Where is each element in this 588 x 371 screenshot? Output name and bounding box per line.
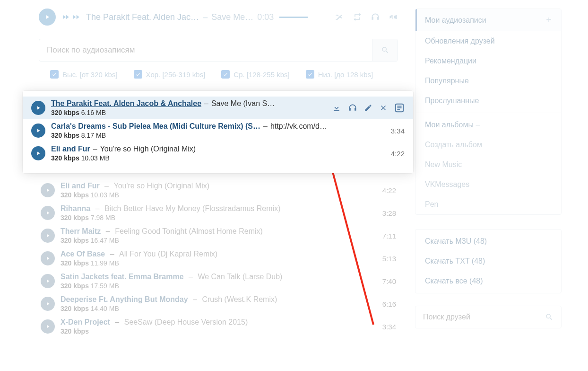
sidebar-item-friends-updates[interactable]: Обновления друзей <box>415 31 561 51</box>
repeat-icon[interactable] <box>353 12 362 22</box>
player-play-button[interactable] <box>39 9 56 26</box>
track-bitrate: 320 kbps <box>61 259 89 267</box>
download-m3u[interactable]: Скачать M3U (48) <box>415 231 561 251</box>
prev-icon[interactable] <box>61 13 70 21</box>
track-bitrate: 320 kbps <box>61 282 89 290</box>
player-prev-next[interactable] <box>61 13 80 21</box>
headphones-icon[interactable] <box>371 12 380 22</box>
track-play-button[interactable] <box>41 251 55 265</box>
track-popup: The Parakit Feat. Alden Jacob & Anchalee… <box>23 91 413 173</box>
filter-high[interactable]: Выс. [от 320 kbs] <box>50 70 118 79</box>
track-size: 17.59 MB <box>91 282 119 290</box>
sidebar-item-popular[interactable]: Популярные <box>415 71 561 91</box>
sidebar-menu: Мои аудиозаписи+ Обновления друзей Реком… <box>415 9 562 215</box>
track-size: 10.03 MB <box>81 154 110 162</box>
np-title: Save Me… <box>211 12 253 22</box>
track-play-button[interactable] <box>41 229 55 243</box>
track-bitrate: 320 kbps <box>61 327 89 335</box>
track-size: 8.17 MB <box>81 132 106 139</box>
track-artist: Ace Of Base <box>61 250 105 258</box>
track-duration: 4:22 <box>384 150 405 158</box>
track-bitrate: 320 kbps <box>51 154 79 162</box>
filter-low[interactable]: Низ. [до 128 kbs] <box>306 70 373 79</box>
track-bitrate: 320 kbps <box>61 305 89 312</box>
track-title: Feeling Good Tonight (Almost Home Remix) <box>115 227 263 235</box>
track-play-button[interactable] <box>31 101 45 115</box>
track-play-button[interactable] <box>41 297 55 311</box>
track-row[interactable]: Carla's Dreams - Sub Pielea Mea (Midi Cu… <box>23 119 413 142</box>
track-title: We Can Talk (Larse Dub) <box>198 273 282 281</box>
track-artist: X-Den Project <box>61 318 110 326</box>
download-all[interactable]: Скачать все (48) <box>415 271 561 291</box>
track-title: You're so High (Original Mix) <box>113 182 209 190</box>
sidebar-album-item[interactable]: Pen <box>415 194 561 214</box>
search-input[interactable] <box>39 45 372 55</box>
np-artist: The Parakit Feat. Alden Jac… <box>86 12 199 22</box>
progress-bar[interactable] <box>279 17 308 18</box>
add-icon[interactable]: + <box>546 15 552 26</box>
sidebar-album-item[interactable]: New Music <box>415 155 561 175</box>
track-duration: 3:34 <box>384 127 405 135</box>
track-bitrate: 320 kbps <box>61 191 89 199</box>
search-button[interactable] <box>372 39 398 61</box>
track-size: 6.16 MB <box>81 109 106 116</box>
track-title: All For You (Dj Kapral Remix) <box>119 250 217 258</box>
lyrics-icon[interactable] <box>394 103 405 113</box>
edit-icon[interactable] <box>364 104 372 112</box>
shuffle-icon[interactable] <box>335 12 344 22</box>
now-playing: The Parakit Feat. Alden Jac… – Save Me… … <box>86 12 329 22</box>
player-bar: The Parakit Feat. Alden Jac… – Save Me… … <box>39 9 398 39</box>
next-icon[interactable] <box>72 13 80 21</box>
track-size: 14.40 MB <box>91 305 119 312</box>
track-play-button[interactable] <box>41 206 55 220</box>
track-artist: Therr Maitz <box>61 227 101 235</box>
search-box <box>39 39 398 62</box>
download-icon[interactable] <box>332 103 341 113</box>
search-icon[interactable] <box>545 313 553 321</box>
headphones-icon[interactable] <box>348 103 357 113</box>
sidebar-my-albums[interactable]: Мои альбомы – <box>415 115 561 135</box>
track-row[interactable]: Eli and Fur–You're so High (Original Mix… <box>23 142 413 165</box>
track-title: You're so High (Original Mix) <box>100 145 196 153</box>
np-time: 0:03 <box>257 12 274 22</box>
track-size: 7.98 MB <box>91 214 115 221</box>
search-icon <box>381 46 389 54</box>
track-bitrate: 320 kbps <box>51 132 79 139</box>
sidebar-create-album[interactable]: Создать альбом <box>415 135 561 155</box>
track-play-button[interactable] <box>41 319 55 334</box>
track-artist: The Parakit Feat. Alden Jacob & Anchalee <box>51 99 201 107</box>
track-artist: Rihanna <box>61 204 90 212</box>
track-row[interactable]: The Parakit Feat. Alden Jacob & Anchalee… <box>23 97 413 119</box>
broadcast-icon[interactable] <box>389 12 398 22</box>
friend-search-box <box>415 306 562 328</box>
track-bitrate: 320 kbps <box>61 237 89 244</box>
track-size: 11.99 MB <box>91 259 119 267</box>
track-title: Bitch Better Have My Money (Flosstradamu… <box>104 204 281 212</box>
track-title: http://vk.com/d… <box>270 122 327 130</box>
track-play-button[interactable] <box>41 274 55 288</box>
download-txt[interactable]: Скачать TXT (48) <box>415 251 561 271</box>
filter-mid[interactable]: Ср. [128-255 kbs] <box>221 70 289 79</box>
track-title: Save Me (Ivan S… <box>211 99 275 107</box>
track-title: Crush (West.K Remix) <box>202 295 277 303</box>
track-play-button[interactable] <box>31 146 45 160</box>
track-size: 16.47 MB <box>91 237 119 244</box>
track-size: 10.03 MB <box>91 191 119 199</box>
sidebar-item-my-audio[interactable]: Мои аудиозаписи+ <box>415 9 561 31</box>
filter-good[interactable]: Хор. [256-319 kbs] <box>134 70 206 79</box>
track-artist: Deeperise Ft. Anything But Monday <box>61 295 188 303</box>
bitrate-filters: Выс. [от 320 kbs] Хор. [256-319 kbs] Ср.… <box>39 62 398 91</box>
track-bitrate: 320 kbps <box>61 214 89 221</box>
track-play-button[interactable] <box>41 183 55 197</box>
sidebar-item-recommendations[interactable]: Рекомендации <box>415 51 561 71</box>
track-bitrate: 320 kbps <box>51 109 79 116</box>
friend-search-input[interactable] <box>423 313 545 321</box>
download-box: Скачать M3U (48) Скачать TXT (48) Скачат… <box>415 229 562 293</box>
sidebar-album-item[interactable]: VKMessages <box>415 175 561 194</box>
close-icon[interactable] <box>379 104 388 112</box>
sidebar-item-listened[interactable]: Прослушанные <box>415 91 561 111</box>
track-artist: Eli and Fur <box>51 145 90 153</box>
track-play-button[interactable] <box>31 124 45 138</box>
track-title: SeeSaw (Deep House Version 2015) <box>124 318 248 326</box>
track-artist: Carla's Dreams - Sub Pielea Mea (Midi Cu… <box>51 122 260 130</box>
